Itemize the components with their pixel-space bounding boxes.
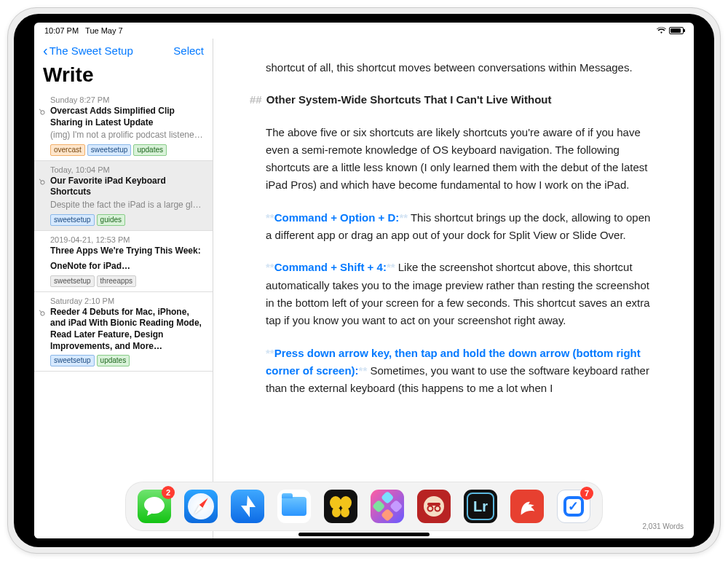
dock-app-things[interactable]: 7 (557, 490, 590, 523)
tags: overcastsweetsetupupdates (50, 144, 205, 156)
select-button[interactable]: Select (173, 44, 204, 57)
paperclip-icon: ⚲ (36, 176, 47, 187)
status-date: Tue May 7 (85, 26, 123, 35)
para-sc2: **Command + Shift + 4:** Like the screen… (266, 259, 653, 329)
note-title: Our Favorite iPad Keyboard Shortcuts (50, 176, 205, 198)
ipad-bezel: 10:07 PM Tue May 7 ‹ The Sweet Setup S (14, 14, 714, 547)
tag[interactable]: sweetsetup (50, 355, 95, 366)
note-date: 2019-04-21, 12:53 PM (50, 235, 205, 244)
tags: sweetsetupthreeapps (50, 275, 205, 287)
status-right (657, 27, 684, 34)
back-button[interactable]: ‹ The Sweet Setup (43, 44, 133, 57)
tag[interactable]: sweetsetup (50, 275, 95, 287)
note-item[interactable]: ⚲Today, 10:04 PMOur Favorite iPad Keyboa… (34, 161, 213, 231)
svg-rect-2 (324, 490, 357, 523)
note-date: Today, 10:04 PM (50, 165, 205, 174)
tag[interactable]: threeapps (97, 275, 136, 287)
para-section: ## Other System-Wide Shortcuts That I Ca… (266, 91, 653, 109)
tag[interactable]: guides (97, 214, 125, 226)
note-title: Overcast Adds Simplified Clip Sharing in… (50, 106, 205, 128)
svg-point-8 (424, 496, 444, 517)
markdown-hashes-icon: ## (250, 93, 262, 106)
markdown-stars-icon: ** (266, 211, 274, 224)
sidebar-header: ‹ The Sweet Setup Select (34, 39, 213, 62)
screen: 10:07 PM Tue May 7 ‹ The Sweet Setup S (34, 23, 694, 538)
note-item[interactable]: ⚲Saturday 2:10 PMReeder 4 Debuts for Mac… (34, 292, 213, 372)
app-content: ‹ The Sweet Setup Select Write ⚲Sunday 8… (34, 39, 694, 538)
markdown-stars-icon: ** (399, 211, 408, 224)
dock-app-shortcuts[interactable] (371, 490, 404, 523)
badge: 2 (162, 486, 175, 499)
tag[interactable]: sweetsetup (87, 144, 132, 156)
markdown-stars-icon: ** (266, 261, 274, 273)
markdown-stars-icon: ** (387, 261, 395, 273)
paperclip-icon: ⚲ (36, 307, 47, 318)
note-item[interactable]: ⚲Sunday 8:27 PMOvercast Adds Simplified … (34, 91, 213, 161)
badge: 7 (580, 487, 593, 500)
sidebar-title: Write (34, 62, 213, 91)
paperclip-icon: ⚲ (36, 106, 47, 117)
note-title: Three Apps We're Trying This Week: (50, 246, 205, 257)
tag[interactable]: sweetsetup (50, 214, 95, 226)
dock-app-butterfly-app[interactable] (324, 490, 357, 523)
tag[interactable]: updates (97, 355, 130, 366)
para-lead: shortcut of all, this shortcut moves bet… (266, 59, 653, 76)
svg-point-6 (341, 507, 349, 517)
shortcut-label: Command + Option + D: (274, 211, 400, 224)
note-preview-secondary: OneNote for iPad… (50, 261, 205, 272)
home-indicator[interactable] (298, 533, 430, 536)
dock-app-messages[interactable]: 2 (138, 490, 171, 523)
para-sc1: **Command + Option + D:** This shortcut … (266, 209, 653, 245)
para-sc3: **Press down arrow key, then tap and hol… (266, 345, 653, 398)
dock-app-safari[interactable] (184, 490, 218, 523)
note-preview: Despite the fact the iPad is a large glo… (50, 200, 205, 211)
dock-app-files[interactable] (277, 490, 311, 523)
tag[interactable]: overcast (50, 144, 85, 156)
markdown-stars-icon: ** (359, 364, 368, 377)
tags: sweetsetupguides (50, 214, 205, 226)
dock-app-bear[interactable] (510, 490, 544, 523)
battery-icon (669, 27, 684, 34)
svg-point-5 (332, 507, 341, 517)
ipad-frame: 10:07 PM Tue May 7 ‹ The Sweet Setup S (7, 7, 721, 554)
wifi-icon (657, 27, 666, 34)
sidebar: ‹ The Sweet Setup Select Write ⚲Sunday 8… (34, 39, 213, 538)
status-time: 10:07 PM (44, 26, 79, 35)
notes-list[interactable]: ⚲Sunday 8:27 PMOvercast Adds Simplified … (34, 91, 213, 538)
dock-app-red-reader[interactable] (417, 490, 451, 523)
para-intro: The above five or six shortcuts are like… (266, 124, 653, 195)
note-item[interactable]: 2019-04-21, 12:53 PMThree Apps We're Try… (34, 231, 213, 292)
shortcut-label: Command + Shift + 4: (274, 261, 387, 273)
status-bar: 10:07 PM Tue May 7 (34, 23, 694, 39)
svg-rect-9 (427, 503, 440, 506)
markdown-stars-icon: ** (266, 347, 274, 359)
tags: sweetsetupupdates (50, 355, 205, 366)
note-title: Reeder 4 Debuts for Mac, iPhone, and iPa… (50, 307, 205, 352)
status-left: 10:07 PM Tue May 7 (44, 26, 123, 35)
word-count: 2,031 Words (642, 521, 684, 533)
dock-app-lightroom[interactable]: Lr (464, 490, 497, 523)
back-label: The Sweet Setup (50, 44, 133, 57)
tag[interactable]: updates (133, 144, 167, 156)
editor[interactable]: shortcut of all, this shortcut moves bet… (213, 39, 694, 538)
note-preview: (img) I'm not a prolific podcast listene… (50, 130, 205, 141)
note-date: Sunday 8:27 PM (50, 95, 205, 104)
dock-app-spark-mail[interactable] (231, 490, 264, 523)
note-date: Saturday 2:10 PM (50, 297, 205, 305)
chevron-left-icon: ‹ (43, 45, 48, 55)
dock: 2Lr7 (125, 482, 603, 531)
section-title: Other System-Wide Shortcuts That I Can't… (266, 93, 552, 106)
